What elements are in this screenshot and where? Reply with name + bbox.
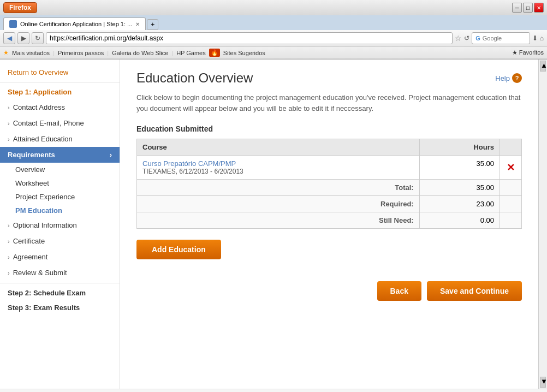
tab-bar: Online Certification Application | Step … [0,15,547,30]
action-buttons: Back Save and Continue [136,281,522,301]
sidebar-sub-worksheet[interactable]: Worksheet [0,176,120,190]
bookmark-star-icon[interactable]: ☆ [455,34,462,43]
sidebar-sub-project-experience[interactable]: Project Experience [0,190,120,204]
arrow-icon: › [8,120,10,127]
address-bar[interactable] [46,32,453,44]
add-education-button[interactable]: Add Education [136,240,221,259]
help-link[interactable]: Help ? [495,73,522,83]
sidebar-label-certificate: Certificate [13,237,45,245]
sidebar-item-agreement[interactable]: › Agreement [0,249,120,265]
bookmark-mais-visitados[interactable]: Mais visitados [12,50,50,56]
minimize-button[interactable]: ─ [512,3,522,13]
save-continue-button[interactable]: Save and Continue [427,281,522,301]
favorites-button[interactable]: ★ Favoritos [512,49,544,56]
bookmark-galeria[interactable]: Galeria do Web Slice [112,50,168,56]
arrow-right-icon: › [110,151,112,159]
required-hours-cell: 23.00 [419,196,500,212]
required-label-cell: Required: [137,196,420,212]
sidebar-item-requirements[interactable]: Requirements › [0,147,120,163]
bookmark-sites-sugeridos[interactable]: Sites Sugeridos [223,50,265,56]
home-icon[interactable]: ⌂ [540,34,544,42]
total-label-cell: Total: [137,180,420,196]
download-icon[interactable]: ⬇ [532,34,538,42]
delete-x-icon: ✕ [507,162,515,173]
sidebar-sub-pm-education[interactable]: PM Education [0,204,120,217]
bookmark-hp-games[interactable]: HP Games [176,50,206,56]
tab-title: Online Certification Application | Step … [20,21,132,27]
hours-cell: 35.00 [419,156,500,180]
return-to-overview-link[interactable]: Return to Overview [0,65,120,80]
step3-title: Step 3: Exam Results [0,300,120,315]
hours-header: Hours [419,139,500,156]
content-area: Education Overview Help ? Click below to… [120,60,538,389]
reload-button[interactable]: ↻ [32,32,44,44]
sidebar-label-contact-address: Contact Address [13,103,65,111]
sidebar-divider [0,82,120,82]
sidebar-label-optional-info: Optional Information [13,221,77,229]
course-header: Course [137,139,420,156]
maximize-button[interactable]: □ [523,3,533,13]
action-header [500,139,522,156]
active-tab[interactable]: Online Certification Application | Step … [3,17,146,30]
google-search-box[interactable]: G [472,32,530,44]
nav-bar: ◀ ▶ ↻ ☆ ↺ G ⬇ ⌂ [0,30,547,47]
firefox-button[interactable]: Firefox [3,2,37,13]
back-button[interactable]: Back [377,281,421,301]
scrollbar[interactable]: ▲ ▼ [538,60,547,389]
step1-title: Step 1: Application [0,85,120,99]
course-sub-info: TIEXAMES, 6/12/2013 - 6/20/2013 [142,168,414,175]
google-logo-icon: G [475,35,480,41]
sidebar-item-certificate[interactable]: › Certificate [0,233,120,249]
still-need-hours-cell: 0.00 [419,212,500,229]
sidebar-item-contact-email[interactable]: › Contact E-mail, Phone [0,115,120,131]
arrow-icon: › [8,238,10,245]
tab-close-icon[interactable]: ✕ [135,21,140,27]
still-need-action-cell [500,212,522,229]
sidebar-label-agreement: Agreement [13,253,48,261]
tab-favicon [9,20,17,28]
sidebar-item-review-submit[interactable]: › Review & Submit [0,265,120,281]
new-tab-button[interactable]: + [147,19,158,30]
course-link[interactable]: Curso Prepatório CAPM/PMP [142,159,236,168]
sidebar-item-optional-info[interactable]: › Optional Information [0,217,120,233]
help-icon: ? [512,73,522,83]
arrow-icon: › [8,254,10,260]
hp-games-badge: 🔥 [209,49,220,57]
bookmarks-bar: ★ Mais visitados | Primeiros passos | Ga… [0,47,547,59]
page-description: Click below to begin documenting the pro… [136,92,522,114]
table-row: Curso Prepatório CAPM/PMP TIEXAMES, 6/12… [137,156,522,180]
scroll-track [539,73,547,376]
forward-nav-button[interactable]: ▶ [17,32,29,44]
sidebar-divider2 [0,283,120,283]
close-button[interactable]: ✕ [534,3,544,13]
still-need-row: Still Need: 0.00 [137,212,522,229]
scroll-down-button[interactable]: ▼ [540,377,546,388]
sidebar-item-attained-education[interactable]: › Attained Education [0,131,120,147]
sidebar-sub-overview[interactable]: Overview [0,163,120,176]
total-action-cell [500,180,522,196]
window-controls: ─ □ ✕ [512,3,544,13]
total-hours-cell: 35.00 [419,180,500,196]
step2-title: Step 2: Schedule Exam [0,286,120,300]
refresh-icon[interactable]: ↺ [464,34,469,42]
content-header: Education Overview Help ? [136,70,522,86]
page-title: Education Overview [136,70,253,86]
bookmark-primeiros-passos[interactable]: Primeiros passos [58,50,104,56]
delete-cell: ✕ [500,156,522,180]
google-search-input[interactable] [483,35,526,41]
main-layout: Return to Overview Step 1: Application ›… [0,60,547,389]
sidebar-label-review-submit: Review & Submit [13,269,67,277]
delete-row-button[interactable]: ✕ [507,162,515,174]
required-row: Required: 23.00 [137,196,522,212]
help-label: Help [495,74,510,82]
scroll-up-button[interactable]: ▲ [540,61,546,72]
back-nav-button[interactable]: ◀ [3,32,15,44]
sidebar-label-requirements: Requirements [8,151,55,159]
arrow-icon: › [8,222,10,229]
section-title: Education Submitted [136,124,522,133]
arrow-icon: › [8,136,10,142]
bookmarks-star-icon: ★ [3,49,9,56]
title-bar: Firefox ─ □ ✕ [0,0,547,15]
required-action-cell [500,196,522,212]
sidebar-item-contact-address[interactable]: › Contact Address [0,99,120,115]
